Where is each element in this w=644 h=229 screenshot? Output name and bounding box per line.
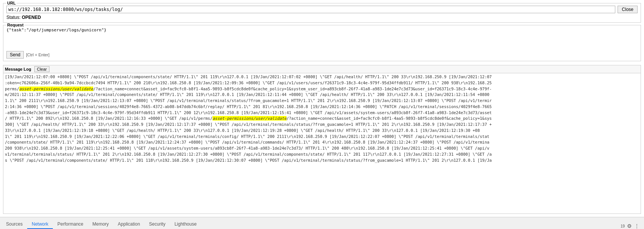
log-line: s \"POST /api/v1/terminal/components/sta… (5, 158, 639, 164)
tab-lighthouse[interactable]: Lighthouse (170, 220, 201, 229)
bottom-right: 19 ⚙ ⋮ (618, 223, 642, 229)
log-line: 2:14:36 +0800] \"POST /api/v1/terminal/s… (5, 104, 639, 110)
log-line: -a983-1de24e7c3d73&user_id=f26371c9-18c3… (5, 110, 639, 116)
send-button[interactable]: Send (6, 51, 24, 59)
tab-network[interactable]: Network (27, 220, 53, 229)
badge-count: 19 (621, 224, 625, 228)
log-line: 1.1\" 200 2111\r\n192.168.250.9 [19/Jan/… (5, 98, 639, 104)
status-value: OPENED (22, 15, 41, 20)
url-input[interactable] (6, 6, 615, 13)
log-line: v1/terminal/terminals/status/ HTTP/1.1\"… (5, 152, 639, 158)
log-line: 33\r\n127.0.0.1 [19/Jan/2021:12:19:18 +0… (5, 128, 639, 134)
log-line: m/2021:12:11:37 +0800] \"POST /api/v1/te… (5, 92, 639, 98)
msglog-content[interactable]: [19/Jan/2021:12:07:00 +0800] \"POST /api… (3, 73, 641, 214)
tab-performance[interactable]: Performance (53, 220, 88, 229)
request-legend: Request (6, 23, 24, 27)
msglog-header: Message Log Clear (3, 65, 641, 73)
settings-icon[interactable]: ⚙ (627, 223, 632, 229)
tab-security[interactable]: Security (145, 220, 170, 229)
log-line: perms/asset-permissions/user/validate/?a… (5, 86, 639, 92)
log-line: /components/state/ HTTP/1.1\" 201 119\r\… (5, 139, 639, 145)
tab-memory[interactable]: Memory (88, 220, 113, 229)
url-legend: URL (6, 1, 17, 5)
log-line: 200 938\r\n192.168.250.8 [19/Jan/2021:12… (5, 145, 639, 152)
log-line: [19/Jan/2021:12:07:00 +0800] \"POST /api… (5, 74, 639, 80)
status-row: Status: OPENED (6, 15, 638, 20)
ctrl-hint: [Ctrl + Enter] (26, 53, 49, 57)
msglog-title: Message Log (5, 67, 31, 71)
request-textarea[interactable] (6, 28, 638, 48)
more-icon[interactable]: ⋮ (634, 223, 639, 229)
clear-button[interactable]: Clear (34, 66, 49, 72)
tab-sources[interactable]: Sources (2, 220, 27, 229)
url-section: URL Close Status: OPENED (3, 3, 641, 23)
log-line: :oken=c762606a-256f-40b1-9a94-7dccbcdc74… (5, 80, 639, 86)
log-line: 300] \"GET /api/health/ HTTP/1.1\" 200 3… (5, 122, 639, 128)
message-log-section: Message Log Clear [19/Jan/2021:12:07:00 … (3, 65, 641, 214)
status-label: Status: (6, 15, 20, 20)
log-line: 1\" 201 119\r\n192.168.250.9 [19/Jan/202… (5, 134, 639, 140)
request-section: Request Send [Ctrl + Enter] (3, 25, 641, 61)
send-row: Send [Ctrl + Enter] (6, 51, 638, 59)
bottom-tabs: Sources Network Performance Memory Appli… (0, 217, 644, 229)
tab-application[interactable]: Application (113, 220, 145, 229)
url-row: Close (6, 6, 638, 13)
log-line: / HTTP/1.1\" 200 892\r\n192.168.250.8 [1… (5, 116, 639, 122)
close-button[interactable]: Close (618, 6, 638, 13)
